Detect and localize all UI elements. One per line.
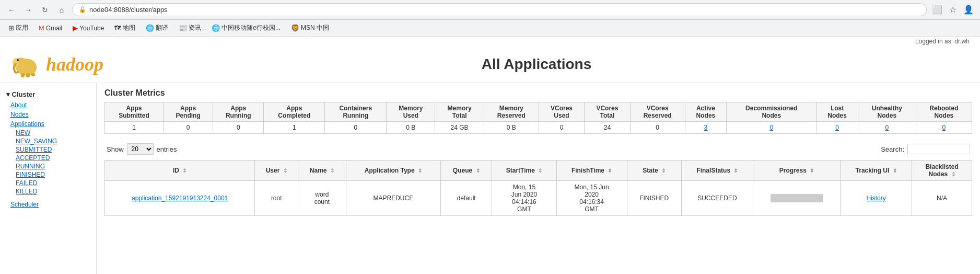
sidebar-item-accepted[interactable]: ACCEPTED: [0, 154, 96, 162]
metric-unhealthy-nodes[interactable]: 0: [858, 122, 916, 134]
url-text: node04:8088/cluster/apps: [89, 6, 168, 14]
back-button[interactable]: ←: [5, 4, 18, 16]
sidebar-item-scheduler[interactable]: Scheduler: [0, 200, 96, 209]
sidebar-item-killed[interactable]: KILLED: [0, 187, 96, 196]
lost-nodes-link[interactable]: 0: [835, 124, 839, 131]
cell-queue: default: [441, 181, 492, 216]
search-input[interactable]: [907, 144, 970, 154]
cell-starttime: Mon, 15Jun 202004:14:16GMT: [492, 181, 556, 216]
metric-decommissioned-nodes[interactable]: 0: [727, 122, 816, 134]
profile-button[interactable]: 👤: [962, 4, 975, 16]
sidebar: ▾ Cluster About Nodes Applications NEW N…: [0, 83, 97, 274]
sidebar-cluster-section: ▾ Cluster About Nodes Applications NEW N…: [0, 88, 96, 196]
cell-finalstatus: SUCCEEDED: [681, 181, 753, 216]
metric-rebooted-nodes[interactable]: 0: [916, 122, 972, 134]
col-header-finalstatus[interactable]: FinalStatus ⇕: [681, 161, 753, 181]
url-bar[interactable]: 🔓 node04:8088/cluster/apps: [72, 3, 927, 16]
sidebar-item-submitted[interactable]: SUBMITTED: [0, 145, 96, 154]
metric-apps-submitted: 1: [105, 122, 164, 134]
sidebar-item-running[interactable]: RUNNING: [0, 162, 96, 170]
sidebar-item-failed[interactable]: FAILED: [0, 179, 96, 187]
col-header-app-type[interactable]: Application Type ⇕: [346, 161, 441, 181]
metric-header-vcores-total: VCoresTotal: [585, 102, 630, 122]
decommissioned-nodes-link[interactable]: 0: [769, 124, 773, 131]
bookmark-news-label: 资讯: [189, 24, 201, 32]
cell-progress: [753, 181, 840, 216]
col-header-blacklisted[interactable]: BlacklistedNodes ⇕: [912, 161, 972, 181]
col-header-user[interactable]: User ⇕: [255, 161, 298, 181]
col-header-queue[interactable]: Queue ⇕: [441, 161, 492, 181]
cell-finishtime: Mon, 15 Jun202004:16:34GMT: [556, 181, 627, 216]
metric-header-unhealthy-nodes: UnhealthyNodes: [858, 102, 916, 122]
sidebar-item-about[interactable]: About: [0, 100, 96, 110]
col-header-state[interactable]: State ⇕: [627, 161, 681, 181]
sidebar-item-new[interactable]: NEW: [0, 129, 96, 137]
metric-header-memory-used: MemoryUsed: [387, 102, 435, 122]
svg-rect-7: [26, 73, 30, 77]
metrics-section-title: Cluster Metrics: [104, 88, 972, 98]
col-header-name[interactable]: Name ⇕: [298, 161, 346, 181]
metric-lost-nodes[interactable]: 0: [816, 122, 858, 134]
login-text: Logged in as: dr.wh: [915, 38, 970, 45]
unhealthy-nodes-link[interactable]: 0: [885, 124, 889, 131]
col-header-id[interactable]: ID ⇕: [105, 161, 255, 181]
app-id-link[interactable]: application_1592191913224_0001: [132, 195, 228, 202]
cmcc-icon: 🌐: [212, 24, 220, 32]
metric-apps-running: 0: [213, 122, 264, 134]
metric-header-vcores-used: VCoresUsed: [539, 102, 584, 122]
starttime-sort-icon: ⇕: [538, 168, 542, 174]
bookmark-cmcc[interactable]: 🌐 中国移动随e行校园...: [207, 22, 285, 34]
metric-header-active-nodes: ActiveNodes: [685, 102, 726, 122]
home-button[interactable]: ⌂: [55, 4, 68, 16]
sidebar-item-nodes[interactable]: Nodes: [0, 110, 96, 119]
metric-header-apps-pending: AppsPending: [163, 102, 213, 122]
metric-header-memory-reserved: MemoryReserved: [484, 102, 539, 122]
rebooted-nodes-link[interactable]: 0: [942, 124, 946, 131]
page-title: All Applications: [103, 56, 970, 73]
bookmark-maps[interactable]: 🗺 地图: [110, 22, 139, 34]
entries-label: entries: [157, 145, 177, 153]
show-entries-row: Show 10 20 25 50 100 entries Search:: [104, 140, 972, 158]
active-nodes-link[interactable]: 3: [704, 124, 708, 131]
svg-rect-8: [31, 73, 35, 76]
bookmarks-bar: ⊞ 应用 M Gmail ▶ YouTube 🗺 地图 🌐 翻译 📰 资讯 🌐 …: [0, 20, 980, 37]
youtube-icon: ▶: [73, 24, 78, 32]
metric-header-decommissioned-nodes: DecommissionedNodes: [727, 102, 816, 122]
refresh-button[interactable]: ↻: [39, 4, 51, 16]
bookmark-gmail[interactable]: M Gmail: [34, 22, 66, 33]
bookmark-apps[interactable]: ⊞ 应用: [4, 22, 32, 34]
metric-active-nodes[interactable]: 3: [685, 122, 726, 134]
hadoop-elephant-icon: [10, 51, 42, 77]
sidebar-item-applications[interactable]: Applications: [0, 119, 96, 129]
hadoop-logo: hadoop: [10, 51, 103, 77]
bookmark-cmcc-label: 中国移动随e行校园...: [221, 24, 281, 32]
col-header-progress[interactable]: Progress ⇕: [753, 161, 840, 181]
forward-button[interactable]: →: [22, 4, 34, 16]
bookmark-youtube[interactable]: ▶ YouTube: [68, 22, 108, 33]
name-sort-icon: ⇕: [330, 168, 334, 174]
col-header-finishtime[interactable]: FinishTime ⇕: [556, 161, 627, 181]
cell-tracking[interactable]: History: [841, 181, 912, 216]
metric-apps-completed: 1: [264, 122, 325, 134]
user-sort-icon: ⇕: [283, 168, 287, 174]
bookmark-news[interactable]: 📰 资讯: [174, 22, 205, 34]
cell-app-id[interactable]: application_1592191913224_0001: [105, 181, 255, 216]
tracking-link[interactable]: History: [866, 195, 885, 202]
sidebar-item-new-saving[interactable]: NEW_SAVING: [0, 137, 96, 145]
blacklisted-sort-icon: ⇕: [951, 172, 955, 177]
metric-memory-total: 24 GB: [435, 122, 484, 134]
sidebar-cluster-title[interactable]: ▾ Cluster: [0, 88, 96, 100]
metric-header-containers-running: ContainersRunning: [325, 102, 387, 122]
svg-point-4: [17, 59, 19, 61]
cast-button[interactable]: ⬜: [931, 4, 943, 16]
metric-vcores-total: 24: [585, 122, 630, 134]
bookmark-button[interactable]: ☆: [947, 4, 959, 16]
progress-bar-fill: [771, 195, 822, 202]
col-header-tracking[interactable]: Tracking UI ⇕: [841, 161, 912, 181]
sidebar-item-finished[interactable]: FINISHED: [0, 170, 96, 179]
col-header-starttime[interactable]: StartTime ⇕: [492, 161, 556, 181]
bookmark-msn[interactable]: 🦁 MSN 中国: [287, 22, 333, 34]
bookmark-translate[interactable]: 🌐 翻译: [142, 22, 172, 34]
entries-select[interactable]: 10 20 25 50 100: [127, 143, 154, 155]
maps-icon: 🗺: [114, 24, 121, 32]
